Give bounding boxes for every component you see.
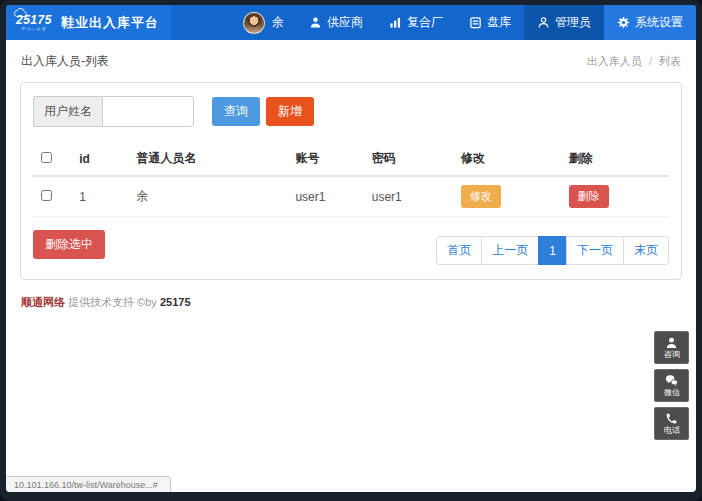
pagination: 首页 上一页 1 下一页 末页 [436, 236, 669, 265]
username-input[interactable] [102, 96, 194, 127]
nav-item-supplier[interactable]: 供应商 [296, 5, 376, 40]
brand-logo-block[interactable]: 25175 中小—企业 鞋业出入库平台 [6, 5, 171, 40]
side-button-label: 微信 [663, 388, 679, 396]
footer-company-link[interactable]: 顺通网络 [21, 296, 65, 308]
logo-25175: 25175 中小—企业 [16, 14, 52, 31]
cloud-icon [13, 8, 28, 19]
wechat-icon [665, 374, 678, 387]
header-id: id [71, 142, 128, 176]
nav-item-admin[interactable]: 管理员 [524, 5, 604, 40]
navbar-spacer [171, 5, 231, 40]
nav-item-label: 盘库 [487, 14, 511, 31]
wechat-button[interactable]: 微信 [654, 369, 689, 402]
link-preview-status-bar: 10.101.166.10/tw-list/Warehouse...# [6, 476, 171, 492]
nav-item-factory[interactable]: 复合厂 [376, 5, 456, 40]
table-header-row: id 普通人员名 账号 密码 修改 删除 [33, 142, 669, 176]
consult-button[interactable]: 咨询 [654, 331, 689, 364]
breadcrumb-current: 列表 [659, 55, 681, 67]
status-bar-url: 10.101.166.10/tw-list/Warehouse...# [14, 480, 158, 490]
breadcrumb-root[interactable]: 出入库人员 [587, 55, 642, 67]
side-button-label: 咨询 [663, 350, 679, 358]
header-name: 普通人员名 [128, 142, 287, 176]
phone-icon [665, 412, 678, 425]
modify-button[interactable]: 修改 [461, 185, 501, 208]
header-password: 密码 [364, 142, 453, 176]
footer-brand: 25175 [160, 296, 191, 308]
cell-name: 余 [128, 176, 287, 217]
pagination-prev[interactable]: 上一页 [481, 236, 539, 265]
table-row: 1 余 user1 user1 修改 删除 [33, 176, 669, 217]
page: 25175 中小—企业 鞋业出入库平台 余 供应商 [6, 5, 696, 492]
header-modify: 修改 [453, 142, 561, 176]
nav-item-label: 供应商 [327, 14, 363, 31]
footer: 顺通网络 提供技术支持 ©by 25175 [21, 295, 681, 310]
row-checkbox[interactable] [41, 190, 52, 201]
breadcrumb-row: 出入库人员-列表 出入库人员 / 列表 [6, 40, 696, 80]
username-label: 用户姓名 [33, 96, 102, 127]
cell-account: user1 [287, 176, 363, 217]
cell-password: user1 [364, 176, 453, 217]
top-navbar: 25175 中小—企业 鞋业出入库平台 余 供应商 [6, 5, 696, 40]
inventory-icon [469, 16, 482, 29]
breadcrumb: 出入库人员 / 列表 [587, 54, 681, 69]
user-name: 余 [272, 14, 284, 31]
nav-item-label: 复合厂 [407, 14, 443, 31]
settings-gear-icon [617, 16, 630, 29]
user-avatar[interactable] [243, 12, 265, 34]
header-delete: 删除 [561, 142, 669, 176]
supplier-person-icon [309, 16, 322, 29]
logo-tagline: 中小—企业 [21, 27, 46, 31]
side-button-label: 电话 [663, 426, 679, 434]
nav-item-label: 管理员 [555, 14, 591, 31]
phone-button[interactable]: 电话 [654, 407, 689, 440]
factory-chart-icon [389, 16, 402, 29]
nav-item-settings[interactable]: 系统设置 [604, 5, 696, 40]
pagination-last[interactable]: 末页 [623, 236, 669, 265]
pagination-first[interactable]: 首页 [436, 236, 482, 265]
cell-id: 1 [71, 176, 128, 217]
footer-text: 提供技术支持 ©by [65, 296, 160, 308]
pagination-page-1[interactable]: 1 [538, 236, 567, 265]
delete-selected-button[interactable]: 删除选中 [33, 230, 105, 259]
pagination-next[interactable]: 下一页 [566, 236, 624, 265]
add-button[interactable]: 新增 [266, 97, 314, 126]
nav-item-inventory[interactable]: 盘库 [456, 5, 524, 40]
page-title: 出入库人员-列表 [21, 53, 109, 70]
delete-button[interactable]: 删除 [569, 185, 609, 208]
query-button[interactable]: 查询 [212, 97, 260, 126]
navbar-menu: 余 供应商 复合厂 [231, 5, 696, 40]
users-table: id 普通人员名 账号 密码 修改 删除 1 余 user1 user1 [33, 142, 669, 217]
window-frame: 25175 中小—企业 鞋业出入库平台 余 供应商 [0, 0, 702, 501]
header-account: 账号 [287, 142, 363, 176]
breadcrumb-separator: / [649, 55, 652, 67]
user-menu[interactable]: 余 [231, 5, 296, 40]
nav-item-label: 系统设置 [635, 14, 683, 31]
content-panel: 用户姓名 查询 新增 id 普通人员名 账号 密码 [20, 82, 682, 280]
select-all-checkbox[interactable] [41, 152, 52, 163]
panel-bottom-bar: 删除选中 首页 上一页 1 下一页 末页 [33, 230, 669, 265]
side-float-buttons: 咨询 微信 电话 [654, 331, 689, 440]
admin-person-icon [537, 16, 550, 29]
search-form: 用户姓名 查询 新增 [33, 96, 669, 127]
username-input-group: 用户姓名 [33, 96, 194, 127]
consult-icon [665, 336, 678, 349]
brand-title: 鞋业出入库平台 [61, 14, 159, 32]
